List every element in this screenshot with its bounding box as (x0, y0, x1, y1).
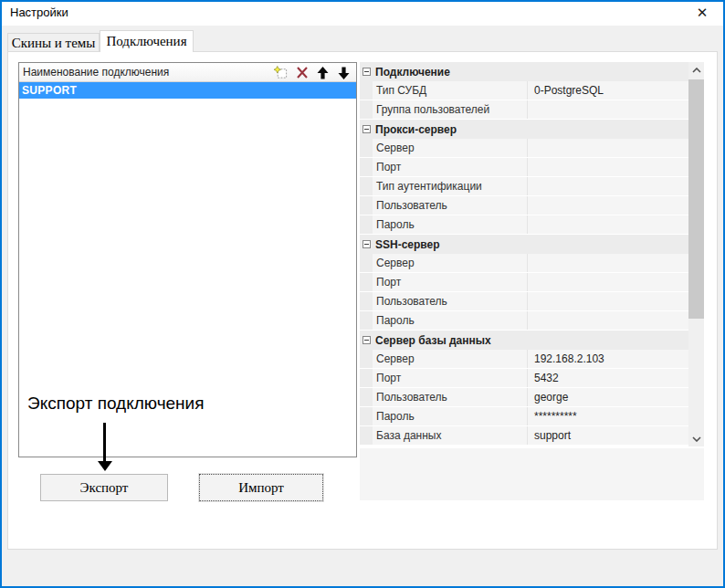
property-row: Группа пользователей (360, 100, 688, 120)
property-name: Пользователь (373, 388, 528, 406)
collapse-icon[interactable] (362, 68, 371, 76)
property-name: Тип аутентификации (373, 177, 528, 195)
move-up-icon[interactable] (316, 66, 330, 79)
property-value[interactable]: support (528, 426, 688, 445)
scrollbar-thumb[interactable] (688, 79, 704, 319)
window-title: Настройки (10, 0, 68, 26)
property-row: Пароль ********** (360, 407, 688, 426)
property-value[interactable] (528, 273, 688, 291)
property-name: База данных (373, 426, 528, 445)
connection-list-header-label: Наименование подключения (23, 63, 169, 82)
tab-skins-themes[interactable]: Скины и темы (7, 33, 100, 52)
chevron-up-icon[interactable] (688, 62, 704, 78)
annotation-arrow-head (98, 461, 112, 471)
property-row: Порт (360, 273, 688, 292)
property-name: Пароль (373, 215, 528, 234)
property-row: Сервер (360, 139, 688, 158)
move-down-icon[interactable] (337, 66, 351, 79)
property-group-header[interactable]: Сервер базы данных (360, 331, 688, 350)
property-grid-scrollbar[interactable] (688, 62, 704, 446)
property-value[interactable]: 192.168.2.103 (528, 350, 688, 368)
new-connection-icon[interactable] (274, 66, 288, 79)
property-grid: Подключение Тип СУБД 0-PostgreSQL Группа… (360, 62, 688, 446)
titlebar: Настройки ✕ (0, 0, 725, 26)
property-value[interactable] (528, 311, 688, 330)
property-name: Пользователь (373, 292, 528, 310)
property-group-header[interactable]: Подключение (360, 62, 688, 81)
close-icon[interactable]: ✕ (688, 0, 716, 25)
group-label: Сервер базы данных (375, 334, 491, 347)
annotation-text: Экспорт подключения (27, 394, 205, 414)
delete-connection-icon[interactable] (295, 66, 309, 79)
connection-list-header[interactable]: Наименование подключения (19, 63, 356, 82)
group-label: SSH-сервер (375, 238, 440, 251)
property-row: Пароль (360, 311, 688, 331)
property-value[interactable]: george (528, 388, 688, 406)
property-row: База данных support (360, 426, 688, 446)
group-label: Прокси-сервер (375, 123, 457, 136)
property-row: Порт 5432 (360, 369, 688, 388)
property-row: Пользователь george (360, 388, 688, 407)
property-row: Сервер 192.168.2.103 (360, 350, 688, 369)
property-row: Пользователь (360, 196, 688, 215)
property-value[interactable] (528, 292, 688, 310)
property-name: Порт (373, 273, 528, 291)
property-name: Пароль (373, 311, 528, 330)
chevron-down-icon[interactable] (688, 431, 704, 446)
tab-connections[interactable]: Подключения (100, 30, 194, 52)
collapse-icon[interactable] (362, 336, 371, 344)
property-value[interactable]: ********** (528, 407, 688, 425)
annotation-arrow (103, 423, 106, 462)
connections-tab-page: Наименование подключения (7, 51, 718, 550)
property-group-header[interactable]: Прокси-сервер (360, 120, 688, 139)
export-button[interactable]: Экспорт (40, 474, 168, 501)
property-row: Тип СУБД 0-PostgreSQL (360, 81, 688, 100)
property-name: Тип СУБД (373, 81, 528, 100)
property-row: Пользователь (360, 292, 688, 311)
property-value[interactable] (528, 196, 688, 215)
property-name: Порт (373, 158, 528, 176)
property-name: Группа пользователей (373, 100, 528, 119)
property-row: Тип аутентификации (360, 177, 688, 196)
property-name: Пароль (373, 407, 528, 425)
property-value[interactable] (528, 158, 688, 176)
property-name: Сервер (373, 350, 528, 368)
import-button[interactable]: Импорт (199, 474, 323, 501)
property-row: Сервер (360, 254, 688, 273)
property-row: Пароль (360, 215, 688, 235)
property-name: Сервер (373, 139, 528, 157)
property-value[interactable] (528, 254, 688, 272)
property-name: Порт (373, 369, 528, 387)
connection-toolbar (274, 63, 351, 82)
group-label: Подключение (375, 66, 450, 79)
property-value[interactable]: 5432 (528, 369, 688, 387)
settings-window: Настройки ✕ Скины и темы Подключения Наи… (0, 0, 725, 588)
property-name: Сервер (373, 254, 528, 272)
property-value[interactable] (528, 177, 688, 195)
property-name: Пользователь (373, 196, 528, 215)
connection-row-support[interactable]: SUPPORT (19, 82, 356, 99)
property-value[interactable] (528, 100, 688, 119)
property-value[interactable]: 0-PostgreSQL (528, 81, 688, 100)
property-group-header[interactable]: SSH-сервер (360, 235, 688, 254)
collapse-icon[interactable] (362, 240, 371, 248)
property-grid-empty-area (360, 448, 704, 500)
collapse-icon[interactable] (362, 125, 371, 133)
property-value[interactable] (528, 139, 688, 157)
property-row: Порт (360, 158, 688, 177)
property-value[interactable] (528, 215, 688, 234)
